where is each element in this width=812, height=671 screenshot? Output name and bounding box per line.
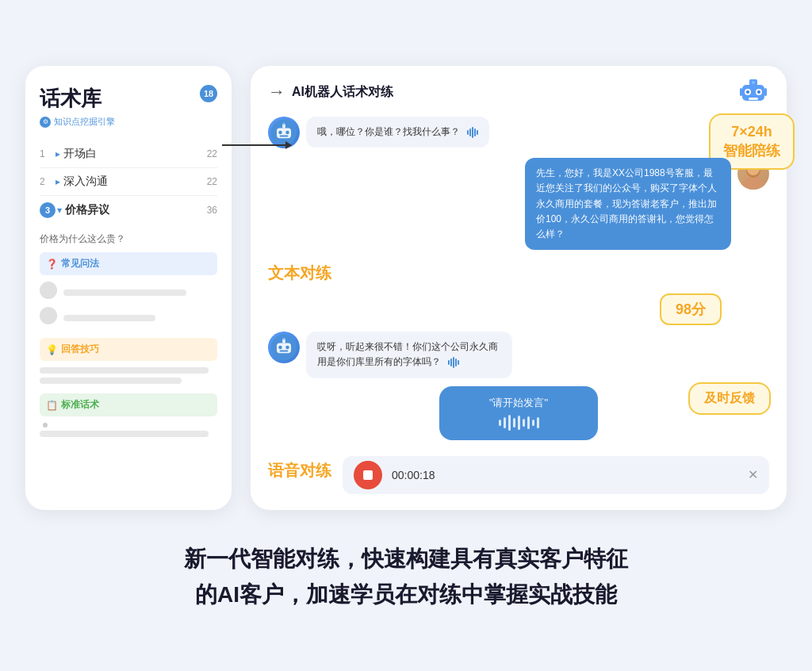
main-illustration: 话术库 ⚙ 知识点挖掘引擎 18 1 ▸ 开场白 22 2 ▸ 深入沟通 22 …	[25, 66, 787, 510]
skeleton-line	[40, 367, 209, 374]
svg-point-16	[283, 123, 285, 125]
voice-input-row: 00:00:18 ✕	[343, 456, 769, 494]
robot-avatar-2	[268, 332, 300, 363]
menu-item-1[interactable]: 1 ▸ 开场白 22	[40, 140, 217, 168]
menu-count: 36	[207, 205, 217, 216]
question-text: 价格为什么这么贵？	[40, 232, 217, 246]
speaking-text: "请开始发言"	[455, 396, 582, 410]
chat-messages: 哦，哪位？你是谁？找我什么事？	[268, 117, 769, 250]
message-robot-1: 哦，哪位？你是谁？找我什么事？	[268, 117, 769, 148]
svg-point-26	[283, 338, 285, 340]
person-icon	[40, 307, 57, 324]
feedback-badge: 及时反馈	[688, 382, 771, 415]
robot-top-icon	[737, 79, 769, 107]
sound-wave-2-icon	[448, 357, 459, 368]
skeleton-line	[63, 289, 186, 296]
svg-point-22	[278, 346, 282, 350]
tips-icon: 💡	[46, 344, 58, 355]
stop-icon	[363, 470, 373, 480]
panel-subtitle: ⚙ 知识点挖掘引擎	[40, 116, 217, 128]
skeleton-line	[63, 315, 155, 321]
close-icon[interactable]: ✕	[748, 467, 758, 482]
subtitle-icon: ⚙	[40, 117, 51, 128]
menu-count: 22	[207, 176, 217, 187]
svg-rect-8	[740, 88, 742, 96]
timer-display: 00:00:18	[392, 469, 435, 481]
menu-label: 开场白	[63, 147, 207, 161]
bubble-user-1: 先生，您好，我是XX公司1988号客服，最近您关注了我们的公众号，购买了字体个人…	[525, 158, 731, 250]
svg-point-5	[746, 90, 749, 94]
score-row: 98分	[268, 293, 769, 325]
chat-title: AI机器人话术对练	[292, 84, 393, 101]
svg-point-2	[752, 81, 755, 84]
menu-num: 1	[40, 148, 56, 159]
record-stop-button[interactable]	[354, 461, 382, 489]
bubble-robot-2: 哎呀，听起来很不错！你们这个公司永久商用是你们库里所有的字体吗？	[306, 332, 512, 378]
svg-rect-14	[280, 136, 289, 137]
message-robot-2: 哎呀，听起来很不错！你们这个公司永久商用是你们库里所有的字体吗？	[268, 332, 769, 378]
bottom-description: 新一代智能对练，快速构建具有真实客户特征 的AI客户，加速学员在对练中掌握实战技…	[184, 542, 628, 613]
svg-point-17	[741, 177, 766, 190]
svg-rect-24	[280, 351, 289, 352]
menu-arrow-icon: ▾	[57, 205, 62, 216]
svg-point-13	[285, 131, 289, 135]
standard-icon: 📋	[46, 400, 58, 411]
menu-item-3[interactable]: 3 ▾ 价格异议 36	[40, 196, 217, 224]
faq-content	[40, 282, 217, 328]
section-standard: 📋 标准话术	[40, 393, 217, 416]
tips-content	[40, 367, 217, 384]
connector-arrow	[222, 141, 292, 149]
skeleton-line	[40, 378, 182, 384]
chat-header: → AI机器人话术对练	[268, 82, 769, 102]
voice-input-section: 语音对练 00:00:18 ✕	[268, 448, 769, 494]
left-phone-panel: 话术库 ⚙ 知识点挖掘引擎 18 1 ▸ 开场白 22 2 ▸ 深入沟通 22 …	[25, 66, 232, 510]
sound-wave-icon	[467, 127, 478, 138]
connector-line	[222, 144, 285, 146]
right-chat-panel: 7×24h 智能陪练 → AI机器人话术对练	[251, 66, 787, 510]
message-user-1: 先生，您好，我是XX公司1988号客服，最近您关注了我们的公众号，购买了字体个人…	[268, 158, 769, 250]
svg-rect-9	[764, 88, 767, 96]
arrowhead-icon	[285, 141, 292, 149]
menu-num: 2	[40, 176, 56, 187]
menu-arrow-icon: ▸	[56, 148, 60, 159]
section-faq: ❓ 常见问法	[40, 252, 217, 275]
menu-num-active: 3	[40, 202, 56, 218]
svg-point-6	[757, 90, 760, 94]
voice-drill-label: 语音对练	[268, 460, 331, 481]
faq-icon: ❓	[46, 259, 58, 270]
menu-count: 22	[207, 148, 217, 159]
panel-title: 话术库	[40, 85, 217, 113]
standard-content	[40, 423, 217, 437]
menu-arrow-icon: ▸	[56, 176, 60, 187]
skeleton-line	[40, 431, 209, 437]
menu-label: 价格异议	[65, 203, 207, 217]
menu-label: 深入沟通	[63, 174, 207, 189]
dot-bullet	[43, 423, 48, 428]
section-tips: 💡 回答技巧	[40, 338, 217, 361]
menu-item-2[interactable]: 2 ▸ 深入沟通 22	[40, 168, 217, 196]
person-icon	[40, 282, 57, 299]
svg-point-23	[285, 346, 289, 350]
speaking-bubble: "请开始发言"	[439, 386, 598, 440]
bubble-robot-1: 哦，哪位？你是谁？找我什么事？	[306, 117, 489, 148]
score-badge: 98分	[660, 293, 722, 325]
arrow-left-icon: →	[268, 82, 285, 102]
bottom-line-2: 的AI客户，加速学员在对练中掌握实战技能	[184, 577, 628, 613]
svg-point-12	[278, 131, 282, 135]
wave-visual	[455, 415, 582, 431]
svg-rect-7	[749, 98, 758, 100]
bottom-line-1: 新一代智能对练，快速构建具有真实客户特征	[184, 542, 628, 577]
text-drill-label: 文本对练	[268, 263, 769, 284]
